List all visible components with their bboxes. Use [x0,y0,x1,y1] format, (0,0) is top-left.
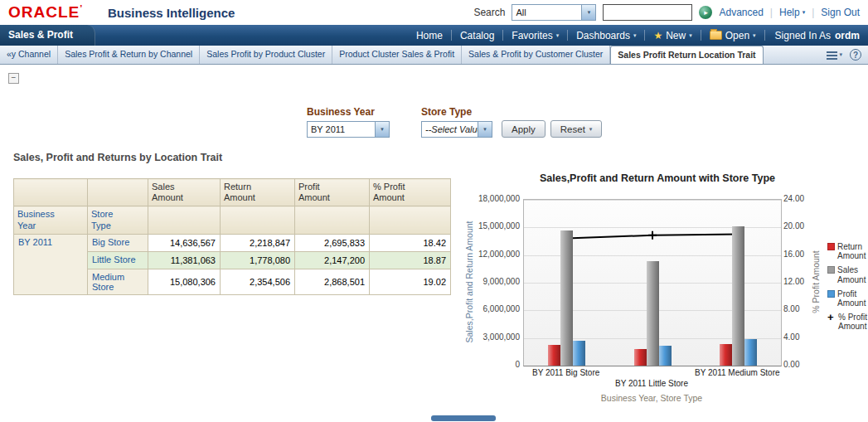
new-star-icon: ★ [653,31,662,41]
separator: | [812,7,814,18]
sales-amount-bar[interactable] [732,226,744,366]
tab-y-channel[interactable]: «y Channel [0,46,58,64]
dropdown-arrow-icon: ▼ [478,122,492,137]
dashboard-tabstrip: «y ChannelSales Profit & Return by Chann… [0,46,868,65]
nav-label: Catalog [460,30,494,41]
nav-label: Open [725,30,749,41]
dropdown-arrow-icon: ▼ [581,5,595,20]
divider [644,30,645,41]
nav-label: Home [416,30,443,41]
open-folder-icon [710,31,722,40]
year-link[interactable]: BY 2011 [18,237,52,247]
y-axis-tick: 12,000,000 [478,250,520,259]
nav-home[interactable]: Home [410,30,449,41]
legend-item[interactable]: Return Amount [827,242,868,260]
collapse-section-button[interactable]: − [8,73,19,84]
oracle-logo-text: ORACLE [8,3,80,21]
topbar-controls: Search All ▼ ▸ Advanced|Help▾|Sign Out [473,3,860,22]
return-amount-bar[interactable] [548,345,560,366]
tab-product-cluster-sales-profit[interactable]: Product Cluster Sales & Profit [332,46,462,64]
store-type-select[interactable]: --Select Value-- ▼ [421,121,492,138]
signed-in-user: ordm [835,30,860,41]
y2-axis-tick: 24.00 [783,194,804,203]
tab-sales-profit-return-location-trait[interactable]: Sales Profit Return Location Trait [610,46,763,64]
profit-amount-bar[interactable] [744,339,757,366]
gridline [524,200,781,201]
measure-header-row: Sales Amount Return Amount Profit Amount… [14,179,451,206]
chevron-down-icon: ▾ [689,32,692,39]
y2-axis-tick: 12.00 [783,277,804,286]
corner-cell [14,179,88,206]
nav-open[interactable]: Open▾ [703,30,763,41]
tab-sales-profit-return-by-channel[interactable]: Sales Profit & Return by Channel [58,46,200,64]
search-scope-select[interactable]: All ▼ [512,4,596,21]
reset-button[interactable]: Reset▾ [550,120,603,138]
chart-panel: Sales,Profit and Return Amount with Stor… [460,172,868,417]
nav-catalog[interactable]: Catalog [453,30,501,41]
store-link[interactable]: Medium Store [92,272,124,292]
legend-item[interactable]: Profit Amount [827,289,868,308]
dashboard-title-tab[interactable]: Sales & Profit [0,25,95,46]
search-input[interactable] [603,4,692,21]
product-title: Business Intelligence [108,6,235,20]
chart-legend: Return AmountSales AmountProfit Amount+%… [827,242,868,337]
store-link[interactable]: Little Store [92,255,136,264]
y-axis-tick: 3,000,000 [483,332,521,342]
nav-dashboards[interactable]: Dashboards▾ [570,30,643,41]
y-axis-tick: 9,000,000 [483,277,521,286]
store-link[interactable]: Big Store [92,237,129,247]
business-year-select[interactable]: BY 2011 ▼ [307,121,390,138]
legend-label: Sales Amount [837,265,868,284]
search-go-button[interactable]: ▸ [699,6,712,19]
legend-label: Profit Amount [837,289,868,308]
signed-in-as: Signed In Asordm [767,30,865,41]
apply-button[interactable]: Apply [502,120,546,138]
profit-amount-bar[interactable] [659,346,672,366]
y2-axis-tick: 4.00 [783,332,799,342]
value-cell: 18.42 [370,234,451,251]
legend-item[interactable]: Sales Amount [827,265,868,284]
value-cell: 14,636,567 [148,234,221,251]
return-amount-bar[interactable] [634,349,647,366]
sales-amount-bar[interactable] [560,230,573,366]
nav-favorites[interactable]: Favorites▾ [505,30,565,41]
column-header: % Profit Amount [370,179,451,206]
sign-out-link[interactable]: Sign Out [821,7,860,18]
row-header-business-year[interactable]: Business Year [14,206,88,234]
dashboard-content: − Business Year BY 2011 ▼ Store Type --S… [0,65,868,422]
chevron-down-icon: ▾ [633,32,637,39]
global-banner: Sales & Profit HomeCatalogFavorites▾Dash… [0,25,868,46]
help-icon[interactable]: ? [850,49,861,61]
y-axis-tick: 6,000,000 [483,304,521,313]
value-cell: 1,778,080 [221,251,295,269]
sales-amount-bar[interactable] [647,261,659,366]
advanced-link[interactable]: Advanced [719,7,763,18]
tab-sales-profit-by-customer-cluster[interactable]: Sales & Profit by Customer Cluster [462,46,610,64]
obiee-dashboard-screen: ORACLE’ Business Intelligence Search All… [0,0,868,422]
nav-new[interactable]: ★New▾ [647,30,698,41]
value-cell: 11,381,063 [148,251,221,269]
prompt-bar: Business Year BY 2011 ▼ Store Type --Sel… [307,106,602,138]
value-cell: 2,147,200 [295,251,370,269]
legend-item[interactable]: +% Profit Amount [827,313,868,331]
store-cell: Medium Store [88,269,148,294]
nav-label: Favorites [512,30,552,41]
store-type-field: Store Type --Select Value-- ▼ [421,106,492,138]
legend-swatch [827,266,835,274]
horizontal-scrollbar-thumb[interactable] [431,415,496,421]
legend-swatch [827,243,835,250]
page-options-icon[interactable]: ▾ [827,51,842,60]
help-link[interactable]: Help▾ [779,7,805,18]
reset-button-label: Reset [560,124,585,134]
value-cell: 19.02 [370,269,451,294]
tabstrip-icons: ▾ ? [818,46,868,64]
x-axis-label: BY 2011 Little Store [594,379,710,388]
divider [764,30,765,41]
row-header-store-type[interactable]: Store Type [88,206,148,234]
tab-sales-profit-by-product-cluster[interactable]: Sales Profit by Product Cluster [200,46,332,64]
pivot-table: Sales Amount Return Amount Profit Amount… [13,178,451,295]
return-amount-bar[interactable] [720,344,732,366]
profit-amount-bar[interactable] [573,341,585,366]
dropdown-arrow-icon: ▼ [375,122,389,137]
chart-plot [523,199,782,366]
